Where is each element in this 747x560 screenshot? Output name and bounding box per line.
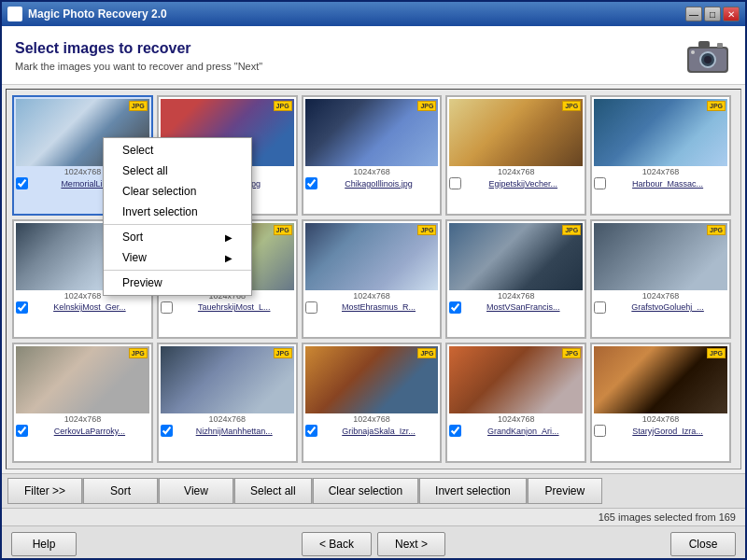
- submenu-arrow: ▶: [225, 253, 233, 263]
- thumb-image: JPG: [16, 346, 149, 413]
- jpg-badge: JPG: [562, 225, 581, 235]
- context-menu-item[interactable]: Clear selection: [104, 181, 251, 202]
- thumb-name: Harbour_Massac...: [608, 179, 727, 189]
- thumbnail-cell[interactable]: JPG 1024x768 CerkovLaParroky...: [12, 343, 153, 463]
- svg-rect-6: [717, 43, 723, 48]
- thumb-size: 1024x768: [642, 291, 680, 301]
- context-menu-item[interactable]: Select: [104, 140, 251, 161]
- filter-button[interactable]: Filter >>: [7, 478, 82, 504]
- thumb-image: JPG: [449, 223, 583, 290]
- thumb-size: 1024x768: [208, 414, 246, 424]
- thumb-name: MostEhrasmus_R...: [319, 302, 439, 312]
- jpg-badge: JPG: [562, 101, 581, 111]
- context-menu-item[interactable]: Invert selection: [104, 202, 251, 222]
- context-menu-item[interactable]: Preview: [104, 273, 251, 293]
- thumb-check: MostVSanFrancis...: [449, 301, 583, 314]
- thumbnail-cell[interactable]: JPG 1024x768 ChikagoIllinois.jpg: [302, 95, 443, 216]
- thumb-checkbox[interactable]: [16, 301, 28, 314]
- thumb-size: 1024x768: [353, 167, 390, 176]
- maximize-button[interactable]: □: [704, 7, 721, 21]
- thumb-image: JPG: [594, 99, 727, 166]
- preview-button[interactable]: Preview: [528, 478, 602, 504]
- thumbnail-cell[interactable]: JPG 1024x768 MostVSanFrancis...: [445, 219, 586, 340]
- thumb-checkbox[interactable]: [594, 301, 606, 314]
- thumb-checkbox[interactable]: [449, 177, 461, 189]
- thumbnail-cell[interactable]: JPG 1024x768 EgipetskijVecher...: [445, 95, 586, 216]
- select-all-button[interactable]: Select all: [234, 478, 312, 504]
- thumb-checkbox[interactable]: [449, 425, 461, 437]
- thumbnail-cell[interactable]: JPG 1024x768 StaryjGorod_Izra...: [590, 343, 731, 463]
- thumb-checkbox[interactable]: [594, 425, 606, 437]
- thumb-name: StaryjGorod_Izra...: [608, 427, 727, 436]
- jpg-badge: JPG: [707, 225, 726, 235]
- clear-selection-button[interactable]: Clear selection: [313, 478, 418, 504]
- page-subtitle: Mark the images you want to recover and …: [15, 61, 262, 72]
- thumb-name: GrafstvoGoluehj_...: [608, 302, 727, 312]
- back-button[interactable]: < Back: [302, 532, 372, 556]
- thumb-checkbox[interactable]: [305, 177, 317, 189]
- thumbnail-cell[interactable]: JPG 1024x768 MostEhrasmus_R...: [302, 219, 443, 340]
- svg-point-7: [691, 50, 695, 54]
- thumb-name: EgipetskijVecher...: [463, 179, 583, 189]
- jpg-badge: JPG: [562, 348, 581, 358]
- thumb-size: 1024x768: [64, 167, 102, 176]
- help-button[interactable]: Help: [11, 532, 77, 556]
- thumbnail-cell[interactable]: JPG 1024x768 NizhnijManhhettan...: [157, 343, 298, 463]
- context-menu-item-label: Sort: [122, 231, 143, 244]
- jpg-badge: JPG: [707, 348, 726, 358]
- header: Select images to recover Mark the images…: [2, 26, 745, 85]
- title-controls: — □ ✕: [685, 7, 740, 21]
- thumb-check: NizhnijManhhettan...: [161, 425, 294, 437]
- thumb-checkbox[interactable]: [594, 177, 606, 189]
- thumb-image: JPG: [305, 99, 439, 166]
- app-title: Magic Photo Recovery 2.0: [28, 7, 167, 21]
- thumb-image: JPG: [161, 346, 294, 413]
- thumb-check: KelnskijMost_Ger...: [16, 301, 149, 314]
- minimize-button[interactable]: —: [685, 7, 702, 21]
- close-button[interactable]: Close: [670, 532, 736, 556]
- context-menu-separator: [104, 270, 251, 271]
- thumbnail-cell[interactable]: JPG 1024x768 GrandKanjon_Ari...: [445, 343, 586, 463]
- close-window-button[interactable]: ✕: [723, 7, 740, 21]
- thumb-checkbox[interactable]: [305, 425, 317, 437]
- camera-icon: [684, 35, 732, 77]
- thumb-image: JPG: [305, 223, 439, 290]
- thumb-size: 1024x768: [64, 414, 102, 424]
- thumb-size: 1024x768: [353, 414, 390, 424]
- context-menu-item[interactable]: View▶: [104, 247, 251, 268]
- thumb-size: 1024x768: [498, 167, 535, 176]
- thumb-checkbox[interactable]: [449, 301, 461, 314]
- jpg-badge: JPG: [129, 101, 148, 111]
- thumb-check: CerkovLaParroky...: [16, 425, 149, 437]
- invert-selection-button[interactable]: Invert selection: [419, 478, 527, 504]
- next-button[interactable]: Next >: [377, 532, 445, 556]
- context-menu-item[interactable]: Sort▶: [104, 227, 251, 247]
- thumb-check: EgipetskijVecher...: [449, 177, 583, 189]
- thumbnail-cell[interactable]: JPG 1024x768 GribnajaSkala_Izr...: [302, 343, 443, 463]
- thumbnail-cell[interactable]: JPG 1024x768 GrafstvoGoluehj_...: [590, 219, 731, 340]
- view-button[interactable]: View: [159, 478, 233, 504]
- thumbnail-cell[interactable]: JPG 1024x768 Harbour_Massac...: [590, 95, 731, 216]
- context-menu-item-label: View: [122, 251, 147, 264]
- thumb-check: MostEhrasmus_R...: [305, 301, 439, 314]
- thumb-checkbox[interactable]: [161, 425, 173, 437]
- thumb-image: JPG: [305, 346, 439, 413]
- jpg-badge: JPG: [274, 101, 292, 111]
- jpg-badge: JPG: [274, 348, 292, 358]
- thumb-size: 1024x768: [498, 291, 535, 301]
- thumb-checkbox[interactable]: [161, 301, 173, 314]
- context-menu-item[interactable]: Select all: [104, 161, 251, 181]
- thumb-checkbox[interactable]: [16, 425, 28, 437]
- title-bar: ★ Magic Photo Recovery 2.0 — □ ✕: [2, 2, 745, 26]
- thumb-name: GribnajaSkala_Izr...: [319, 427, 439, 436]
- context-menu-item-label: Invert selection: [122, 205, 198, 218]
- sort-button[interactable]: Sort: [83, 478, 158, 504]
- status-text: 165 images selected from 169: [599, 511, 736, 523]
- thumb-image: JPG: [594, 346, 727, 413]
- thumb-checkbox[interactable]: [16, 177, 28, 189]
- thumb-checkbox[interactable]: [305, 301, 317, 314]
- thumb-name: KelnskijMost_Ger...: [30, 302, 149, 312]
- jpg-badge: JPG: [417, 348, 436, 358]
- jpg-badge: JPG: [417, 101, 436, 111]
- thumb-name: ChikagoIllinois.jpg: [319, 179, 439, 189]
